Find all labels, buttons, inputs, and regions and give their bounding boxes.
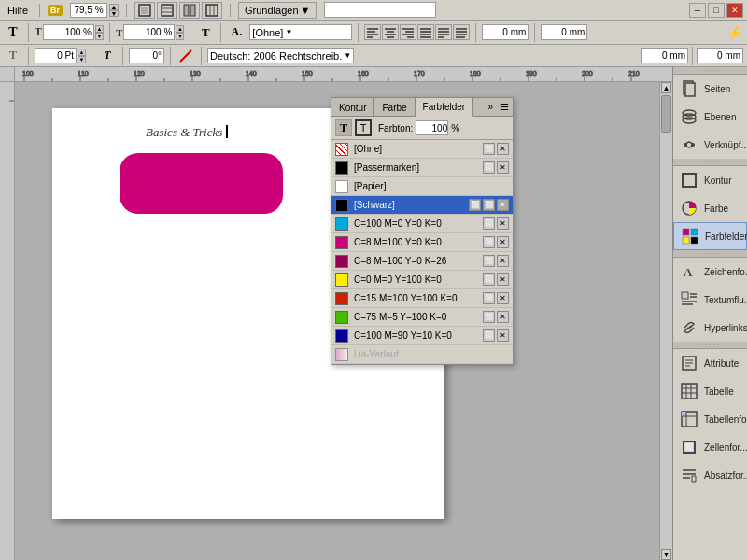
color-row-darkblue[interactable]: C=100 M=90 Y=10 K=0 ⬜ ✕	[331, 327, 513, 345]
grundlagen-button[interactable]: Grundlagen ▼	[238, 2, 317, 19]
right-panel-item-ebenen[interactable]: Ebenen	[673, 103, 747, 131]
mm-input-1[interactable]	[482, 24, 529, 40]
color-action-icon-y-1[interactable]: ⬜	[483, 273, 495, 286]
right-panel-item-zellenfor[interactable]: Zellenfor...	[673, 433, 747, 461]
color-row-darkmagenta[interactable]: C=8 M=100 Y=0 K=26 ⬜ ✕	[331, 252, 513, 271]
right-panel-item-seiten[interactable]: Seiten	[673, 75, 747, 103]
zoom-down[interactable]: ▼	[109, 10, 119, 17]
minimize-button[interactable]: ─	[689, 3, 706, 18]
color-row-schwarz[interactable]: [Schwarz] ⬜ ⬜ ✕	[331, 196, 513, 215]
stroke-icon-panel[interactable]: T	[355, 119, 372, 136]
color-action-icon-y-2[interactable]: ✕	[497, 273, 509, 286]
scrollbar-down[interactable]: ▼	[661, 549, 671, 560]
color-action-icon-passer-1[interactable]: ⬜	[483, 161, 495, 174]
align-justify-btn[interactable]	[417, 24, 434, 40]
color-action-icon-schwarz-2[interactable]: ⬜	[483, 199, 495, 211]
color-action-icon-cyan-1[interactable]: ⬜	[483, 217, 495, 230]
mode-btn-1[interactable]	[134, 2, 155, 19]
color-action-icon-none-1[interactable]: ⬜	[483, 143, 495, 155]
color-action-icon-dm-1[interactable]: ⬜	[483, 255, 495, 267]
mm-input-4[interactable]	[697, 48, 743, 63]
right-panel-item-kontur[interactable]: Kontur	[673, 166, 747, 194]
color-row-magenta[interactable]: C=8 M=100 Y=0 K=0 ⬜ ✕	[331, 233, 513, 252]
right-panel-item-tabelle[interactable]: Tabelle	[673, 377, 747, 405]
color-action-icon-schwarz-3[interactable]: ✕	[497, 199, 509, 211]
right-panel-item-farbfelder[interactable]: Farbfelder	[673, 222, 747, 250]
scrollbar-vertical[interactable]: ▲ ▼	[659, 82, 672, 560]
mode-btn-4[interactable]	[202, 2, 222, 19]
right-panel-item-tabellenfo[interactable]: Tabellenfo...	[673, 405, 747, 433]
color-row-green[interactable]: C=75 M=5 Y=100 K=0 ⬜ ✕	[331, 308, 513, 327]
color-action-icon-passer-2[interactable]: ✕	[497, 161, 509, 174]
tab-kontur[interactable]: Kontur	[331, 98, 374, 117]
right-panel-item-zeichenfo[interactable]: A Zeichenfo...	[673, 258, 747, 286]
color-action-icon-cyan-2[interactable]: ✕	[497, 217, 509, 230]
color-row-passermarken[interactable]: [Passermarken] ⬜ ✕	[331, 159, 513, 177]
canvas[interactable]: Basics & Tricks Kontur Farbe	[15, 82, 672, 560]
mm-input-2[interactable]	[541, 24, 587, 40]
close-button[interactable]: ✕	[726, 3, 743, 18]
panel-tab-more[interactable]: »	[484, 100, 497, 114]
pt-input[interactable]	[35, 48, 77, 63]
right-panel-item-verknuepf[interactable]: Verknüpf...	[673, 131, 747, 159]
color-action-icon-g-2[interactable]: ✕	[497, 311, 509, 323]
color-action-icon-none-2[interactable]: ✕	[497, 143, 509, 155]
pt-down[interactable]: ▼	[78, 56, 86, 63]
color-action-icon-g-1[interactable]: ⬜	[483, 311, 495, 323]
mm-input-3[interactable]	[641, 48, 688, 63]
search-input[interactable]	[324, 2, 436, 18]
font-size-up-1[interactable]: ▲	[95, 25, 104, 33]
font-size-down-1[interactable]: ▼	[95, 33, 104, 40]
color-row-yellow[interactable]: C=0 M=0 Y=100 K=0 ⬜ ✕	[331, 271, 513, 289]
align-left-btn[interactable]	[364, 24, 381, 40]
color-action-icon-schwarz-1[interactable]: ⬜	[469, 199, 481, 211]
zoom-up[interactable]: ▲	[109, 4, 119, 10]
menu-hilfe[interactable]: Hilfe	[4, 5, 32, 16]
tab-farbfelder[interactable]: Farbfelder	[416, 98, 474, 117]
color-action-icon-magenta-1[interactable]: ⬜	[483, 236, 495, 248]
color-action-icon-r-2[interactable]: ✕	[497, 292, 509, 304]
italic-icon[interactable]: T	[98, 47, 117, 65]
align-justify2-btn[interactable]	[435, 24, 452, 40]
pt-up[interactable]: ▲	[78, 49, 86, 56]
font-size-input-2[interactable]	[123, 24, 175, 40]
lightning-icon[interactable]: ⚡	[725, 23, 743, 42]
align-justify3-btn[interactable]	[453, 24, 470, 40]
right-panel-item-absatzfor[interactable]: Absatzfor...	[673, 461, 747, 489]
right-panel-item-hyperlinks[interactable]: Hyperlinks	[673, 314, 747, 342]
font-dropdown[interactable]: [Ohne] ▼	[249, 24, 352, 40]
text-tool-icon-2[interactable]: T	[196, 23, 215, 42]
degree-input[interactable]	[129, 48, 164, 63]
mode-btn-3[interactable]	[179, 2, 200, 19]
right-panel-item-attribute[interactable]: Attribute	[673, 349, 747, 377]
zoom-input[interactable]	[70, 3, 107, 18]
font-size-down-2[interactable]: ▼	[176, 33, 184, 40]
color-row-red[interactable]: C=15 M=100 Y=100 K=0 ⬜ ✕	[331, 289, 513, 308]
farbton-input[interactable]	[416, 120, 448, 135]
align-center-btn[interactable]	[382, 24, 399, 40]
color-action-icon-r-1[interactable]: ⬜	[483, 292, 495, 304]
color-row-papier[interactable]: [Papier]	[331, 177, 513, 196]
restore-button[interactable]: □	[708, 3, 725, 18]
right-panel-item-textumflu[interactable]: Textumflu...	[673, 286, 747, 314]
fill-icon-panel[interactable]: T	[335, 119, 352, 136]
mode-btn-2[interactable]	[157, 2, 177, 19]
diagonal-icon[interactable]	[176, 47, 195, 65]
color-action-icon-db-2[interactable]: ✕	[497, 329, 509, 342]
color-row-cyan[interactable]: C=100 M=0 Y=0 K=0 ⬜ ✕	[331, 215, 513, 233]
color-row-none[interactable]: [Ohne] ⬜ ✕	[331, 140, 513, 159]
color-row-liaverlauf[interactable]: Lia-Verlauf	[331, 345, 513, 364]
color-action-icon-db-1[interactable]: ⬜	[483, 329, 495, 342]
align-right-btn[interactable]	[400, 24, 416, 40]
font-size-input-1[interactable]	[43, 24, 94, 40]
fill-color-icon[interactable]: A.	[227, 23, 246, 42]
color-action-icon-dm-2[interactable]: ✕	[497, 255, 509, 267]
text-tool-icon[interactable]: T	[4, 23, 22, 42]
tab-farbe[interactable]: Farbe	[374, 98, 415, 117]
scrollbar-up[interactable]: ▲	[661, 82, 671, 93]
color-action-icon-magenta-2[interactable]: ✕	[497, 236, 509, 248]
panel-menu-button[interactable]: ☰	[497, 100, 513, 114]
language-dropdown[interactable]: Deutsch: 2006 Rechtschreib. ▼	[207, 48, 354, 63]
scrollbar-thumb[interactable]	[661, 95, 671, 133]
right-panel-item-farbe[interactable]: Farbe	[673, 194, 747, 222]
